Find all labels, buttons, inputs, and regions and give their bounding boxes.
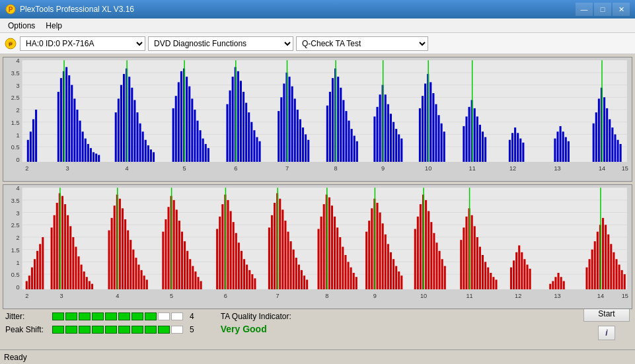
info-button[interactable]: i: [598, 326, 615, 340]
svg-rect-265: [230, 211, 232, 289]
svg-text:0: 0: [16, 157, 19, 163]
svg-rect-35: [79, 121, 81, 162]
svg-rect-364: [563, 281, 565, 289]
svg-rect-336: [460, 240, 462, 289]
svg-rect-353: [515, 252, 517, 289]
svg-rect-72: [205, 144, 207, 162]
svg-rect-79: [237, 71, 239, 162]
peak-seg-8: [145, 326, 157, 334]
svg-rect-224: [86, 277, 88, 289]
jitter-seg-9: [158, 312, 170, 320]
svg-rect-159: [568, 141, 570, 162]
svg-rect-169: [617, 140, 619, 162]
svg-rect-69: [196, 121, 198, 162]
svg-text:1: 1: [16, 131, 19, 138]
svg-rect-158: [565, 137, 567, 162]
svg-rect-26: [35, 110, 37, 162]
svg-rect-329: [430, 222, 432, 289]
menu-options[interactable]: Options: [3, 20, 40, 32]
svg-rect-355: [521, 252, 523, 289]
svg-rect-211: [51, 227, 53, 289]
svg-rect-242: [146, 279, 148, 289]
svg-rect-358: [529, 269, 531, 289]
svg-text:2: 2: [25, 293, 28, 299]
svg-rect-285: [293, 250, 295, 289]
svg-rect-267: [235, 233, 237, 289]
svg-text:10: 10: [420, 293, 427, 299]
svg-rect-281: [281, 209, 283, 289]
svg-rect-95: [294, 98, 296, 162]
svg-rect-221: [77, 256, 79, 289]
svg-rect-373: [607, 235, 609, 289]
svg-rect-143: [476, 116, 478, 162]
svg-rect-262: [221, 204, 223, 289]
svg-rect-225: [89, 281, 91, 289]
svg-rect-286: [295, 258, 297, 289]
svg-rect-160: [593, 124, 595, 162]
svg-rect-102: [326, 106, 328, 162]
svg-rect-365: [585, 268, 587, 289]
svg-rect-116: [376, 107, 378, 162]
svg-rect-115: [373, 116, 375, 162]
svg-text:11: 11: [466, 293, 472, 299]
svg-rect-42: [98, 155, 100, 162]
svg-rect-136: [443, 131, 445, 162]
svg-rect-50: [131, 88, 133, 162]
svg-rect-371: [602, 218, 604, 289]
svg-rect-352: [513, 260, 515, 289]
svg-rect-133: [435, 104, 437, 162]
svg-rect-289: [303, 275, 305, 289]
svg-rect-317: [390, 252, 392, 289]
window-controls: — □ ✕: [576, 3, 630, 16]
svg-rect-233: [122, 208, 124, 289]
svg-rect-33: [73, 98, 75, 162]
svg-rect-230: [114, 205, 116, 289]
function-select[interactable]: DVD Diagnostic Functions: [148, 36, 293, 51]
svg-rect-334: [444, 266, 446, 289]
close-button[interactable]: ✕: [613, 3, 630, 16]
svg-text:0: 0: [16, 284, 19, 291]
jitter-seg-3: [79, 312, 91, 320]
test-select[interactable]: Q-Check TA Test: [296, 36, 428, 51]
jitter-label: Jitter:: [5, 312, 48, 321]
svg-text:P: P: [9, 6, 13, 13]
svg-rect-113: [356, 141, 358, 162]
svg-rect-273: [251, 274, 253, 289]
svg-rect-156: [560, 126, 562, 162]
svg-rect-165: [606, 108, 608, 162]
svg-rect-331: [435, 242, 437, 289]
svg-rect-290: [306, 279, 308, 289]
svg-rect-234: [124, 219, 126, 289]
drive-icon: P: [4, 37, 17, 50]
svg-rect-260: [216, 229, 218, 289]
drive-select[interactable]: HA:0 ID:0 PX-716A: [20, 36, 145, 51]
svg-rect-333: [441, 259, 443, 289]
menu-help[interactable]: Help: [40, 20, 67, 32]
svg-rect-66: [188, 87, 190, 162]
jitter-value: 4: [190, 312, 194, 321]
svg-rect-63: [180, 71, 182, 162]
svg-rect-91: [283, 83, 285, 161]
svg-rect-351: [510, 268, 512, 289]
svg-rect-93: [289, 77, 291, 162]
svg-text:12: 12: [515, 293, 521, 299]
svg-rect-167: [611, 127, 613, 162]
jitter-seg-8: [145, 312, 157, 320]
svg-text:0.5: 0.5: [11, 144, 20, 151]
svg-rect-46: [120, 85, 122, 162]
svg-rect-75: [226, 104, 228, 162]
ta-quality-section: TA Quality Indicator: Very Good: [221, 312, 291, 334]
svg-rect-240: [141, 270, 143, 289]
peak-seg-3: [79, 326, 91, 334]
minimize-button[interactable]: —: [576, 3, 593, 16]
svg-rect-62: [178, 82, 180, 162]
svg-text:6: 6: [234, 165, 237, 172]
svg-rect-254: [189, 259, 191, 289]
svg-rect-374: [610, 244, 612, 289]
svg-rect-107: [340, 88, 342, 162]
svg-rect-236: [130, 240, 131, 289]
svg-rect-148: [509, 140, 511, 162]
maximize-button[interactable]: □: [594, 3, 611, 16]
svg-rect-86: [256, 137, 258, 162]
peak-shift-row: Peak Shift: 5: [5, 325, 194, 334]
